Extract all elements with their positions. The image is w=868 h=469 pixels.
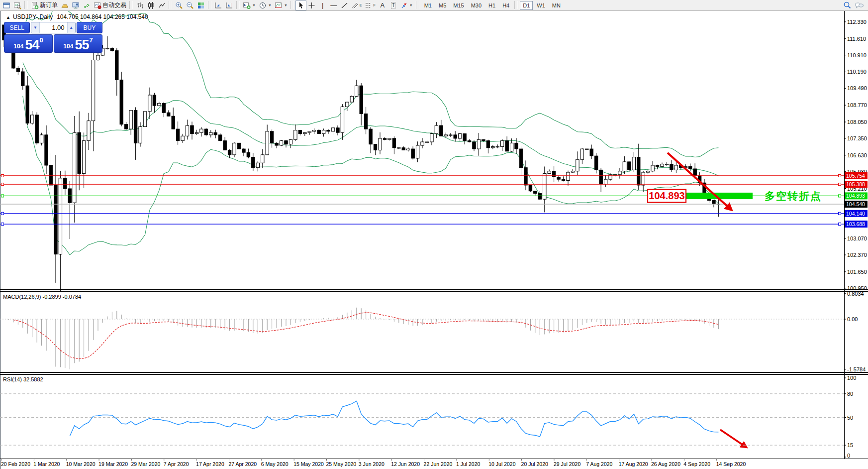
- signal-icon: [83, 1, 91, 9]
- vertical-line-tool-button[interactable]: |: [317, 0, 328, 10]
- sell-price-display[interactable]: 104540: [4, 34, 53, 53]
- toolbar-grip: [129, 1, 133, 9]
- toolbar-grip: [290, 1, 294, 9]
- buy-price-display[interactable]: 104557: [54, 34, 102, 53]
- chart-step-end-icon: [225, 1, 233, 9]
- hline-handle[interactable]: [1, 212, 4, 215]
- arrows-tool-dropdown-button[interactable]: ▼: [399, 0, 414, 10]
- chart-window-button[interactable]: [1, 0, 12, 10]
- line-price-label: 104.893: [846, 193, 865, 199]
- clock-icon: [259, 1, 267, 9]
- chart-preview-button[interactable]: [12, 0, 23, 10]
- horizontal-line-tool-button[interactable]: —: [328, 0, 339, 10]
- hline-handle[interactable]: [839, 212, 841, 215]
- timeframe-button-MN[interactable]: MN: [549, 1, 564, 10]
- tile-windows-button[interactable]: [195, 0, 206, 10]
- hline-handle[interactable]: [839, 195, 841, 197]
- date-label: 22 Jun 2020: [424, 461, 453, 467]
- date-label: 12 Jun 2020: [391, 461, 420, 467]
- line-chart-mode-button[interactable]: [156, 0, 167, 10]
- rsi-label: RSI(14) 32.5882: [3, 376, 43, 382]
- hline-handle[interactable]: [839, 174, 841, 177]
- zoom-out-button[interactable]: [185, 0, 195, 10]
- timeframe-button-H1[interactable]: H1: [485, 1, 498, 10]
- timeframe-button-D1[interactable]: D1: [520, 1, 533, 10]
- macd-axis-label: 0.8034: [847, 291, 864, 297]
- trade-panel-top-row: SELL ▼ ▲ BUY: [4, 22, 102, 33]
- toolbar-right-group: [842, 0, 866, 10]
- trendline-tool-button[interactable]: [339, 0, 350, 10]
- price-tick-label: 108.770: [847, 102, 867, 108]
- timeframe-button-M1[interactable]: M1: [421, 1, 435, 10]
- text-tool-button[interactable]: A: [377, 0, 388, 10]
- toolbar-grip: [169, 1, 172, 9]
- rsi-axis-label: 50: [847, 415, 853, 421]
- hline-handle[interactable]: [839, 183, 841, 186]
- auto-trading-button[interactable]: 自动交易: [92, 0, 128, 10]
- line-price-label: 105.388: [846, 181, 865, 187]
- timeframe-button-M15[interactable]: M15: [450, 1, 467, 10]
- channel-tool-button[interactable]: E: [350, 0, 364, 10]
- period-clock-dropdown-button[interactable]: ▼: [257, 0, 273, 10]
- timeframe-button-W1[interactable]: W1: [534, 1, 548, 10]
- turning-point-label[interactable]: 多空转折点: [765, 190, 822, 202]
- community-button[interactable]: [853, 0, 866, 10]
- date-label: 17 Apr 2020: [196, 461, 224, 467]
- templates-dropdown-button[interactable]: ▼: [273, 0, 289, 10]
- timeframe-button-M5[interactable]: M5: [436, 1, 449, 10]
- date-label: 14 Sep 2020: [716, 461, 746, 467]
- sell-button[interactable]: SELL: [4, 22, 30, 33]
- price-tick-label: 110.910: [847, 52, 867, 58]
- template-icon: [275, 1, 283, 9]
- text-a-icon: A: [380, 2, 385, 8]
- date-label: 26 Aug 2020: [651, 461, 680, 467]
- date-label: 25 May 2020: [326, 461, 357, 467]
- zoom-in-button[interactable]: [174, 0, 185, 10]
- hline-handle[interactable]: [1, 183, 4, 186]
- text-label-tool-button[interactable]: T: [388, 0, 399, 10]
- hline-handle[interactable]: [1, 223, 4, 226]
- step-end-button[interactable]: [224, 0, 235, 10]
- hline-handle[interactable]: [1, 195, 4, 197]
- volume-increase-button[interactable]: ▲: [67, 22, 75, 33]
- new-chart-dropdown-button[interactable]: ▼: [241, 0, 257, 10]
- zoom-out-icon: [186, 1, 194, 9]
- date-label: 4 Sep 2020: [683, 461, 710, 467]
- hline-handle[interactable]: [839, 223, 841, 226]
- search-button[interactable]: [842, 0, 853, 10]
- symbol-title: USDJPY-,Daily: [13, 13, 53, 20]
- chart-title-line: ▲USDJPY-,Daily104.705 104.864 104.265 10…: [6, 13, 148, 20]
- price-tick-label: 109.490: [847, 85, 867, 91]
- step-forward-button[interactable]: [213, 0, 224, 10]
- vertical-line-icon: |: [322, 2, 323, 8]
- collapse-panel-icon[interactable]: ▲: [6, 15, 10, 20]
- signals-button[interactable]: [81, 0, 92, 10]
- timeframe-button-M30[interactable]: M30: [468, 1, 484, 10]
- volume-input[interactable]: [40, 22, 67, 33]
- volume-decrease-button[interactable]: ▼: [31, 22, 39, 33]
- chart-surface: 104.893多空转折点112.330111.610110.910110.190…: [0, 0, 868, 469]
- buy-button[interactable]: BUY: [77, 22, 102, 33]
- hline-handle[interactable]: [1, 174, 4, 177]
- date-label: 1 Mar 2020: [33, 461, 60, 467]
- fibonacci-tool-button[interactable]: F: [363, 0, 377, 10]
- volume-stepper: ▼ ▲: [31, 22, 75, 33]
- crosshair-tool-button[interactable]: [306, 0, 317, 10]
- chart-background[interactable]: [0, 11, 868, 469]
- candlestick-mode-button[interactable]: [145, 0, 156, 10]
- cursor-tool-button[interactable]: [295, 0, 306, 10]
- date-label: 10 Jul 2020: [488, 461, 515, 467]
- new-order-button[interactable]: 新订单: [29, 0, 59, 10]
- fibonacci-icon: [365, 1, 372, 9]
- line-price-label: 105.754: [846, 173, 865, 179]
- metaeditor-button[interactable]: [70, 0, 81, 10]
- bar-chart-mode-button[interactable]: [134, 0, 145, 10]
- buy-price-handle: 104: [63, 42, 73, 51]
- market-depth-button[interactable]: [59, 0, 70, 10]
- channel-e-mark: E: [360, 3, 362, 7]
- price-tick-label: 108.050: [847, 119, 867, 125]
- candlestick-icon: [147, 1, 155, 9]
- timeframe-button-H4[interactable]: H4: [499, 1, 512, 10]
- new-order-icon: [31, 1, 39, 9]
- chevron-down-icon: ▼: [409, 3, 413, 7]
